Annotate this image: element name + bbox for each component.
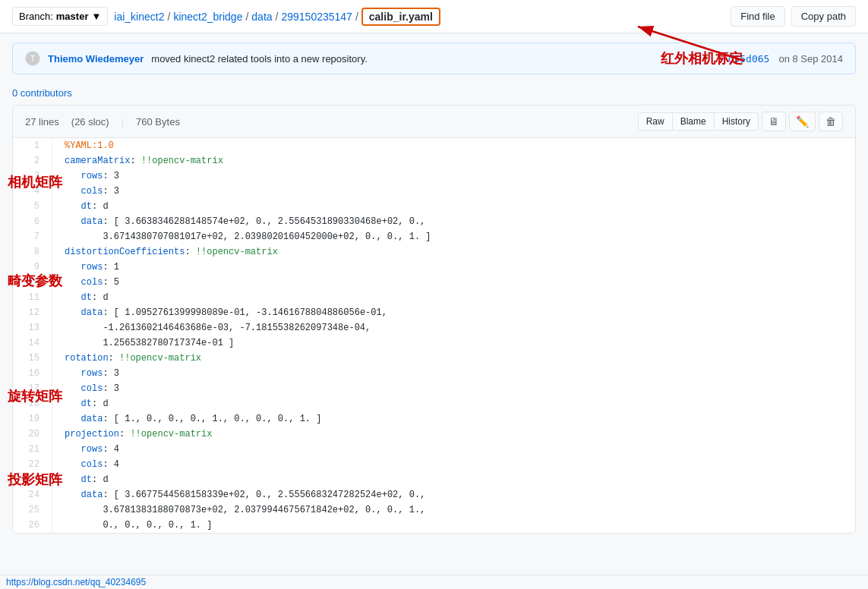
breadcrumb-separator-3: /	[276, 11, 279, 23]
commit-info-right: d55d065 on 8 Sep 2014	[728, 53, 843, 65]
line-number: 21	[13, 442, 52, 457]
delete-icon[interactable]: 🗑	[819, 112, 843, 131]
line-content: rows: 3	[52, 366, 131, 381]
commit-bar: T Thiemo Wiedemeyer moved kinect2 relate…	[12, 43, 856, 74]
line-content: data: [ 3.6638346288148574e+02, 0., 2.55…	[52, 214, 437, 229]
commit-info-left: T Thiemo Wiedemeyer moved kinect2 relate…	[25, 51, 368, 66]
code-line: 5 dt: d	[13, 199, 855, 214]
annotation-distortion: 畸变参数	[8, 272, 62, 290]
line-content: cameraMatrix: !!opencv-matrix	[52, 153, 235, 169]
breadcrumb-link-3[interactable]: data	[251, 11, 272, 23]
breadcrumb: iai_kinect2 / kinect2_bridge / data / 29…	[114, 8, 724, 26]
contributors-link[interactable]: 0 contributors	[12, 87, 72, 99]
code-line: 26 0., 0., 0., 0., 1. ]	[13, 518, 855, 533]
top-actions: Find file Copy path	[731, 6, 856, 27]
code-line: 8distortionCoefficients: !!opencv-matrix	[13, 244, 855, 260]
contributors-bar: 0 contributors	[0, 83, 868, 105]
line-content: %YAML:1.0	[52, 138, 126, 153]
code-line: 3 rows: 3	[13, 169, 855, 184]
breadcrumb-separator-4: /	[355, 11, 358, 23]
annotation-projection: 投影矩阵	[8, 471, 62, 489]
code-line: 4 cols: 3	[13, 184, 855, 199]
line-content: -1.2613602146463686e-03, -7.181553826209…	[52, 320, 383, 335]
line-content: 3.6714380707081017e+02, 2.03980201604520…	[52, 229, 443, 244]
line-content: dt: d	[52, 199, 121, 214]
line-content: 0., 0., 0., 0., 1. ]	[52, 518, 224, 533]
line-content: dt: d	[52, 472, 121, 487]
breadcrumb-link-2[interactable]: kinect2_bridge	[173, 11, 242, 23]
line-number: 22	[13, 457, 52, 472]
find-file-button[interactable]: Find file	[731, 6, 785, 27]
line-number: 15	[13, 351, 52, 366]
status-bar: https://blog.csdn.net/qq_40234695	[0, 575, 868, 589]
blame-button[interactable]: Blame	[673, 112, 715, 131]
code-line: 22 cols: 4	[13, 457, 855, 472]
line-content: data: [ 1., 0., 0., 0., 1., 0., 0., 0., …	[52, 411, 333, 427]
code-line: 13 -1.2613602146463686e-03, -7.181553826…	[13, 320, 855, 335]
breadcrumb-link-1[interactable]: iai_kinect2	[114, 11, 164, 23]
line-content: dt: d	[52, 396, 121, 411]
line-number: 24	[13, 487, 52, 502]
code-line: 6 data: [ 3.6638346288148574e+02, 0., 2.…	[13, 214, 855, 229]
line-number: 25	[13, 502, 52, 518]
line-content: cols: 5	[52, 275, 131, 290]
line-number: 19	[13, 411, 52, 427]
annotation-rotation: 旋转矩阵	[8, 387, 62, 405]
line-content: distortionCoefficients: !!opencv-matrix	[52, 244, 290, 260]
chevron-down-icon: ▼	[91, 11, 101, 22]
code-line: 23 dt: d	[13, 472, 855, 487]
code-line: 9 rows: 1	[13, 260, 855, 275]
file-header: 27 lines (26 sloc) | 760 Bytes Raw Blame…	[13, 106, 855, 138]
line-content: rows: 3	[52, 169, 131, 184]
code-line: 16 rows: 3	[13, 366, 855, 381]
meta-separator: |	[122, 116, 124, 128]
breadcrumb-link-4[interactable]: 299150235147	[281, 11, 352, 23]
edit-icon[interactable]: ✏️	[789, 112, 816, 131]
code-line: 19 data: [ 1., 0., 0., 0., 1., 0., 0., 0…	[13, 411, 855, 427]
raw-button[interactable]: Raw	[638, 112, 673, 131]
desktop-icon[interactable]: 🖥	[762, 112, 786, 131]
code-line: 11 dt: d	[13, 290, 855, 305]
status-url: https://blog.csdn.net/qq_40234695	[6, 577, 146, 587]
file-actions: Raw Blame History 🖥 ✏️ 🗑	[638, 112, 843, 131]
history-button[interactable]: History	[715, 112, 759, 131]
commit-sha[interactable]: d55d065	[728, 53, 770, 65]
copy-path-button[interactable]: Copy path	[791, 6, 856, 27]
line-number: 16	[13, 366, 52, 381]
code-line: 25 3.6781383188070873e+02, 2.03799446756…	[13, 502, 855, 518]
top-bar: Branch: master ▼ iai_kinect2 / kinect2_b…	[0, 0, 868, 33]
code-line: 21 rows: 4	[13, 442, 855, 457]
file-meta: 27 lines (26 sloc) | 760 Bytes	[25, 116, 180, 128]
line-content: dt: d	[52, 290, 121, 305]
line-number: 7	[13, 229, 52, 244]
breadcrumb-separator-1: /	[167, 11, 170, 23]
line-number: 20	[13, 427, 52, 442]
code-line: 24 data: [ 3.6677544568158339e+02, 0., 2…	[13, 487, 855, 502]
code-line: 14 1.2565382780717374e-01 ]	[13, 335, 855, 351]
code-line: 17 cols: 3	[13, 381, 855, 396]
line-content: data: [ 3.6677544568158339e+02, 0., 2.55…	[52, 487, 437, 502]
line-content: cols: 4	[52, 457, 131, 472]
commit-message: moved kinect2 related tools into a new r…	[151, 53, 367, 65]
code-content: 1%YAML:1.02cameraMatrix: !!opencv-matrix…	[13, 138, 855, 533]
line-content: 3.6781383188070873e+02, 2.03799446756718…	[52, 502, 437, 518]
code-line: 18 dt: d	[13, 396, 855, 411]
code-line: 20projection: !!opencv-matrix	[13, 427, 855, 442]
line-content: cols: 3	[52, 184, 131, 199]
line-number: 8	[13, 244, 52, 260]
line-content: rows: 4	[52, 442, 131, 457]
view-mode-buttons: Raw Blame History	[638, 112, 759, 131]
file-sloc: (26 sloc)	[71, 116, 109, 128]
commit-date: on 8 Sep 2014	[778, 53, 843, 65]
line-number: 1	[13, 138, 52, 153]
branch-label: Branch:	[19, 11, 53, 22]
current-file-name: calib_ir.yaml	[361, 8, 440, 26]
line-content: rotation: !!opencv-matrix	[52, 351, 213, 366]
line-number: 14	[13, 335, 52, 351]
branch-selector[interactable]: Branch: master ▼	[12, 7, 108, 26]
breadcrumb-separator-2: /	[245, 11, 248, 23]
branch-name: master	[56, 11, 89, 22]
line-number: 11	[13, 290, 52, 305]
code-line: 15rotation: !!opencv-matrix	[13, 351, 855, 366]
line-number: 2	[13, 153, 52, 169]
